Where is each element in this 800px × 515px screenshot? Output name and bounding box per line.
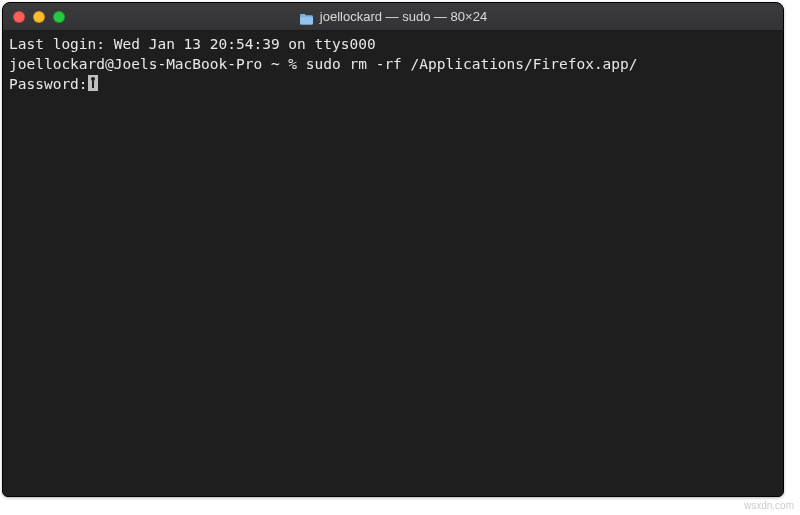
terminal-text: Password: bbox=[9, 76, 88, 92]
terminal-text: joellockard@Joels-MacBook-Pro ~ % sudo r… bbox=[9, 56, 638, 72]
terminal-line: joellockard@Joels-MacBook-Pro ~ % sudo r… bbox=[9, 54, 777, 74]
watermark: wsxdn.com bbox=[744, 500, 794, 511]
title-wrap: joellockard — sudo — 80×24 bbox=[3, 9, 783, 24]
titlebar[interactable]: joellockard — sudo — 80×24 bbox=[3, 3, 783, 31]
maximize-button[interactable] bbox=[53, 11, 65, 23]
minimize-button[interactable] bbox=[33, 11, 45, 23]
terminal-line: Last login: Wed Jan 13 20:54:39 on ttys0… bbox=[9, 34, 777, 54]
terminal-line: Password: bbox=[9, 74, 777, 94]
terminal-text: Last login: Wed Jan 13 20:54:39 on ttys0… bbox=[9, 36, 376, 52]
close-button[interactable] bbox=[13, 11, 25, 23]
window-title: joellockard — sudo — 80×24 bbox=[320, 9, 487, 24]
password-cursor-icon bbox=[88, 75, 98, 91]
traffic-lights bbox=[3, 11, 65, 23]
terminal-body[interactable]: Last login: Wed Jan 13 20:54:39 on ttys0… bbox=[3, 31, 783, 496]
terminal-window: joellockard — sudo — 80×24 Last login: W… bbox=[2, 2, 784, 497]
folder-icon bbox=[299, 11, 314, 23]
